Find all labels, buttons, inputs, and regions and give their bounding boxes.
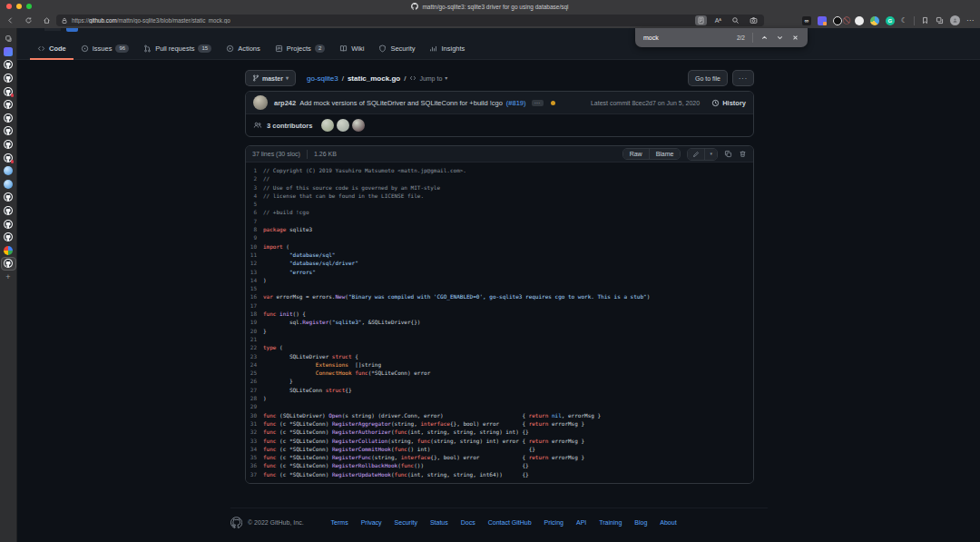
footer-link-about[interactable]: About: [660, 519, 676, 526]
overflow-menu-icon[interactable]: ⋯: [966, 16, 975, 25]
line-number[interactable]: 10: [246, 242, 263, 251]
line-number[interactable]: 36: [246, 461, 263, 469]
line-number[interactable]: 18: [246, 310, 263, 318]
tab-favicon-google[interactable]: [1, 244, 16, 258]
line-number[interactable]: 32: [246, 428, 263, 436]
bookmark-icon[interactable]: [921, 16, 929, 25]
dark-circle-ext-icon[interactable]: [833, 16, 842, 25]
line-number[interactable]: 9: [246, 233, 263, 241]
tab-favicon-github[interactable]: [1, 84, 16, 98]
line-number[interactable]: 27: [246, 386, 263, 394]
line-number[interactable]: 24: [246, 360, 263, 369]
tab-favicon-blue-doc[interactable]: [1, 178, 16, 192]
grammarly-ext-icon[interactable]: G: [886, 16, 895, 25]
tab-favicon-github[interactable]: [1, 191, 16, 204]
line-number[interactable]: 15: [246, 284, 263, 292]
edit-dropdown-button[interactable]: ▾: [704, 149, 717, 160]
line-number[interactable]: 12: [246, 259, 263, 267]
commit-pr-link[interactable]: (#819): [506, 99, 526, 107]
tab-favicon-github[interactable]: [1, 231, 16, 244]
commit-status-pending-icon[interactable]: [551, 101, 555, 105]
footer-link-privacy[interactable]: Privacy: [361, 519, 382, 526]
line-number[interactable]: 26: [246, 377, 263, 385]
line-number[interactable]: 34: [246, 445, 263, 453]
tab-insights[interactable]: Insights: [422, 40, 472, 60]
footer-link-blog[interactable]: Blog: [634, 519, 647, 526]
find-next-button[interactable]: [776, 34, 784, 42]
footer-link-contact-github[interactable]: Contact GitHub: [488, 519, 532, 526]
tab-favicon-tab-overview[interactable]: [1, 32, 16, 45]
password-ext-icon[interactable]: [818, 16, 827, 25]
line-number[interactable]: 16: [246, 292, 263, 301]
tab-favicon-github[interactable]: [1, 138, 16, 152]
copy-raw-button[interactable]: [724, 150, 732, 158]
tab-favicon-blue-doc[interactable]: [1, 164, 16, 178]
line-number[interactable]: 2: [246, 174, 263, 182]
go-to-file-button[interactable]: Go to file: [688, 70, 728, 86]
find-previous-button[interactable]: [760, 34, 769, 42]
blame-button[interactable]: Blame: [649, 149, 681, 159]
commit-author[interactable]: arp242: [274, 99, 296, 107]
line-number[interactable]: 5: [246, 200, 263, 208]
find-bar[interactable]: mock 2/2: [635, 28, 808, 47]
tab-favicon-github[interactable]: [1, 58, 16, 72]
tab-actions[interactable]: Actions: [219, 40, 268, 60]
zoom-icon[interactable]: [730, 15, 741, 25]
branch-selector-button[interactable]: master ▾: [245, 70, 296, 86]
line-number[interactable]: 21: [246, 335, 263, 343]
contributor-avatar[interactable]: [337, 119, 349, 132]
line-number[interactable]: 4: [246, 192, 263, 200]
find-in-page-icon[interactable]: [695, 15, 707, 25]
line-number[interactable]: 29: [246, 402, 263, 410]
tab-favicon-github[interactable]: [1, 98, 16, 112]
minimize-window-button[interactable]: [16, 4, 22, 9]
tab-projects[interactable]: Projects2: [268, 40, 332, 60]
raw-button[interactable]: Raw: [623, 149, 649, 159]
fullscreen-window-button[interactable]: [26, 4, 32, 9]
url-bar[interactable]: https://github.com/mattn/go-sqlite3/blob…: [56, 15, 764, 26]
cast-ext-icon[interactable]: ∞: [802, 16, 811, 25]
more-options-button[interactable]: ···: [732, 70, 754, 86]
tab-favicon-github[interactable]: [1, 217, 16, 231]
footer-link-status[interactable]: Status: [430, 519, 448, 526]
line-number[interactable]: 7: [246, 217, 263, 225]
commit-expand-button[interactable]: …: [532, 100, 544, 106]
contributor-avatar[interactable]: [352, 119, 365, 132]
commit-author-avatar[interactable]: [253, 95, 268, 110]
reload-icon[interactable]: [23, 15, 34, 25]
edit-pencil-button[interactable]: [688, 149, 704, 160]
tab-code[interactable]: Code: [30, 40, 74, 60]
footer-link-pricing[interactable]: Pricing: [544, 519, 564, 526]
footer-link-security[interactable]: Security: [395, 519, 417, 526]
tab-security[interactable]: Security: [371, 40, 422, 60]
line-number[interactable]: 11: [246, 251, 263, 259]
line-number[interactable]: 3: [246, 183, 263, 192]
line-number[interactable]: 8: [246, 225, 263, 233]
find-close-button[interactable]: [791, 34, 799, 42]
find-input[interactable]: mock: [643, 34, 730, 41]
weather-ext-icon[interactable]: [870, 16, 879, 25]
tab-wiki[interactable]: Wiki: [332, 40, 371, 60]
tab-issues[interactable]: Issues96: [74, 40, 136, 60]
tab-favicon-github[interactable]: [1, 112, 16, 125]
tab-pull-requests[interactable]: Pull requests15: [136, 40, 219, 60]
white-circle-ext-icon[interactable]: [855, 16, 864, 25]
footer-link-terms[interactable]: Terms: [331, 519, 348, 526]
jump-to-button[interactable]: Jump to ▾: [409, 74, 447, 82]
line-number[interactable]: 19: [246, 318, 263, 326]
line-number[interactable]: 31: [246, 419, 263, 428]
line-number[interactable]: 1: [246, 166, 263, 174]
line-number[interactable]: 30: [246, 411, 263, 419]
dark-mode-icon[interactable]: ☾: [901, 16, 907, 25]
line-number[interactable]: 22: [246, 343, 263, 351]
line-number[interactable]: 25: [246, 369, 263, 377]
text-size-icon[interactable]: AA: [713, 16, 723, 25]
contributors-link[interactable]: 3 contributors: [267, 122, 312, 130]
line-number[interactable]: 14: [246, 276, 263, 284]
line-number[interactable]: 20: [246, 327, 263, 335]
close-window-button[interactable]: [6, 4, 12, 9]
footer-link-api[interactable]: API: [576, 519, 586, 526]
line-number[interactable]: 6: [246, 208, 263, 216]
line-number[interactable]: 13: [246, 268, 263, 276]
collections-icon[interactable]: [936, 16, 944, 25]
